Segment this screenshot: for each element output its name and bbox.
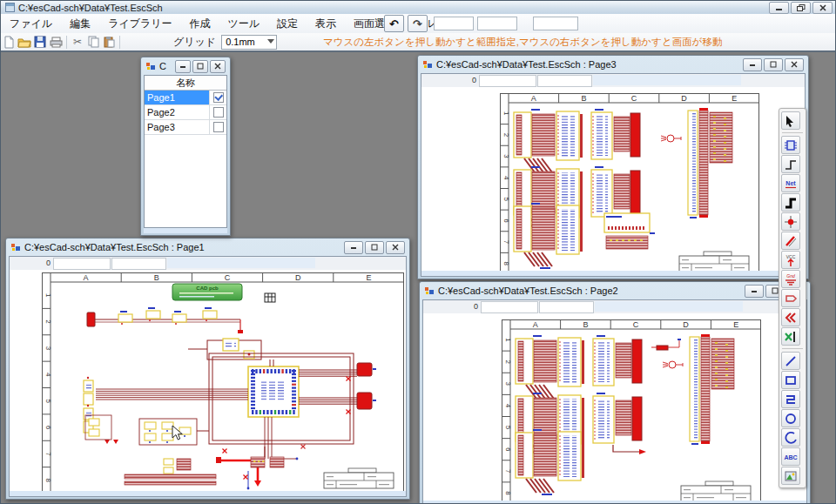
page-list-titlebar[interactable]: C	[144, 57, 227, 75]
svg-text:D: D	[683, 320, 689, 329]
arc-icon	[783, 430, 799, 446]
tool-vcc-power-button[interactable]: VCC	[781, 251, 800, 269]
page-name[interactable]: Page2	[145, 105, 209, 119]
svg-text:B: B	[581, 94, 586, 103]
main-toolbar: ✂ グリッド 0.1mm マウスの左ボタンを押し動かすと範囲指定,マウスの右ボタ…	[1, 33, 835, 51]
tool-line-button[interactable]	[781, 352, 800, 370]
main-titlebar[interactable]: C:¥esCad-sch¥Data¥Test.EscSch	[1, 1, 835, 14]
cut-button[interactable]: ✂	[70, 35, 85, 50]
svg-text:D: D	[295, 273, 301, 282]
menu-item-tools[interactable]: ツール	[219, 14, 269, 34]
form-icon	[424, 286, 435, 296]
paste-button[interactable]	[101, 35, 117, 50]
page-visible-checkbox[interactable]	[213, 122, 224, 132]
restore-icon	[197, 63, 204, 70]
page3-titlebar[interactable]: C:¥esCad-sch¥Data¥Test.EscSch : Page3	[421, 56, 806, 73]
ruler-box	[537, 75, 592, 87]
page-name[interactable]: Page1	[145, 91, 209, 104]
hint-message: マウスの左ボタンを押し動かすと範囲指定,マウスの右ボタンを押し動かすと画面が移動	[323, 36, 722, 49]
mdi-workspace[interactable]: C:¥esCad-sch¥Data¥Test.EscSch : Page3 0 …	[1, 50, 835, 503]
tool-off-page-button[interactable]	[781, 327, 800, 346]
open-file-button[interactable]	[17, 35, 32, 50]
undo-button[interactable]: ↶	[384, 15, 404, 32]
ruler-box	[481, 301, 538, 313]
coord-input-2[interactable]	[477, 17, 517, 30]
svg-text:E: E	[366, 273, 371, 282]
minimize-icon	[775, 5, 783, 11]
page-list-row-page3[interactable]: Page3	[145, 120, 226, 135]
page-list-close-button[interactable]	[210, 60, 226, 73]
page3-restore-button[interactable]	[764, 58, 783, 71]
svg-text:5: 5	[502, 198, 510, 202]
tool-ellipse-button[interactable]	[781, 409, 800, 427]
tool-rectangle-button[interactable]	[781, 371, 800, 389]
svg-text:4: 4	[502, 176, 510, 180]
svg-text:C: C	[633, 320, 639, 329]
tool-bus-entry-button[interactable]	[781, 308, 800, 326]
svg-text:7: 7	[504, 469, 512, 474]
menubar-right-widgets: ↶ ↷	[384, 15, 578, 32]
page1-titlebar[interactable]: C:¥esCad-sch¥Data¥Test.EscSch : Page1	[9, 239, 407, 256]
page-visible-cell	[209, 120, 226, 134]
page3-close-button[interactable]	[785, 58, 804, 71]
restore-button[interactable]	[791, 2, 811, 14]
close-button[interactable]	[812, 2, 833, 14]
tool-image-button[interactable]	[781, 467, 800, 485]
restore-icon	[797, 4, 806, 11]
page2-titlebar[interactable]: C:¥esCad-sch¥Data¥Test.EscSch : Page2	[422, 282, 807, 299]
page1-restore-button[interactable]	[365, 241, 384, 254]
page3-statusstrip	[421, 271, 805, 276]
tool-no-connect-button[interactable]	[781, 232, 800, 250]
wire-icon	[783, 157, 799, 172]
page-list-row-page2[interactable]: Page2	[145, 105, 226, 120]
close-icon	[819, 4, 826, 11]
page-list-row-page1[interactable]: Page1	[145, 91, 226, 105]
copy-button[interactable]	[85, 35, 101, 50]
tool-bus-button[interactable]	[781, 193, 800, 212]
coord-input-3[interactable]	[533, 17, 578, 30]
menu-item-view[interactable]: 表示	[307, 14, 345, 34]
ruler-box	[595, 301, 743, 312]
page-list-restore-button[interactable]	[192, 60, 208, 73]
menu-item-create[interactable]: 作成	[181, 14, 219, 34]
page3-canvas[interactable]: ABCDE12345678	[421, 87, 805, 271]
menu-item-settings[interactable]: 設定	[268, 14, 307, 34]
tool-junction-button[interactable]	[781, 212, 800, 231]
save-button[interactable]	[32, 35, 48, 50]
coord-input-1[interactable]	[434, 17, 474, 30]
minimize-button[interactable]	[769, 2, 789, 14]
menu-item-edit[interactable]: 編集	[61, 14, 99, 34]
page2-canvas[interactable]: ABCDE12345678	[423, 313, 806, 501]
tool-component-button[interactable]	[781, 136, 800, 154]
close-icon	[791, 61, 798, 68]
ruler-box	[167, 258, 315, 268]
redo-button[interactable]: ↷	[408, 15, 428, 32]
page1-close-button[interactable]	[386, 241, 405, 254]
page3-minimize-button[interactable]	[743, 58, 762, 71]
page1-canvas[interactable]: ABCDE12345678CAD pcb	[10, 270, 406, 491]
tool-select-button[interactable]	[781, 111, 800, 130]
page-name[interactable]: Page3	[145, 120, 209, 134]
page1-minimize-button[interactable]	[344, 241, 363, 254]
menu-item-library[interactable]: ライブラリー	[99, 14, 180, 34]
page-visible-checkbox[interactable]	[213, 92, 224, 103]
svg-text:3: 3	[504, 382, 512, 386]
page3-title: C:¥esCad-sch¥Data¥Test.EscSch : Page3	[436, 59, 617, 70]
page2-minimize-button[interactable]	[745, 285, 764, 298]
tool-text-button[interactable]: ABC	[781, 447, 800, 466]
page-list-minimize-button[interactable]	[175, 60, 191, 73]
page-visible-checkbox[interactable]	[213, 107, 224, 118]
tool-port-button[interactable]	[781, 289, 800, 307]
print-button[interactable]	[48, 35, 64, 50]
tool-net-label-button[interactable]: Net	[781, 174, 800, 192]
svg-text:3: 3	[502, 154, 510, 158]
tool-gnd-power-button[interactable]: Gnd	[781, 270, 800, 288]
page-list-name-header: 名称	[145, 76, 226, 91]
toolbar-separator	[119, 36, 120, 49]
grid-size-select[interactable]: 0.1mm	[221, 35, 277, 50]
menu-item-file[interactable]: ファイル	[1, 14, 61, 34]
tool-wire-button[interactable]	[781, 155, 800, 173]
new-file-button[interactable]	[1, 35, 17, 50]
tool-polyline-button[interactable]	[781, 390, 800, 408]
tool-arc-button[interactable]	[781, 428, 800, 447]
